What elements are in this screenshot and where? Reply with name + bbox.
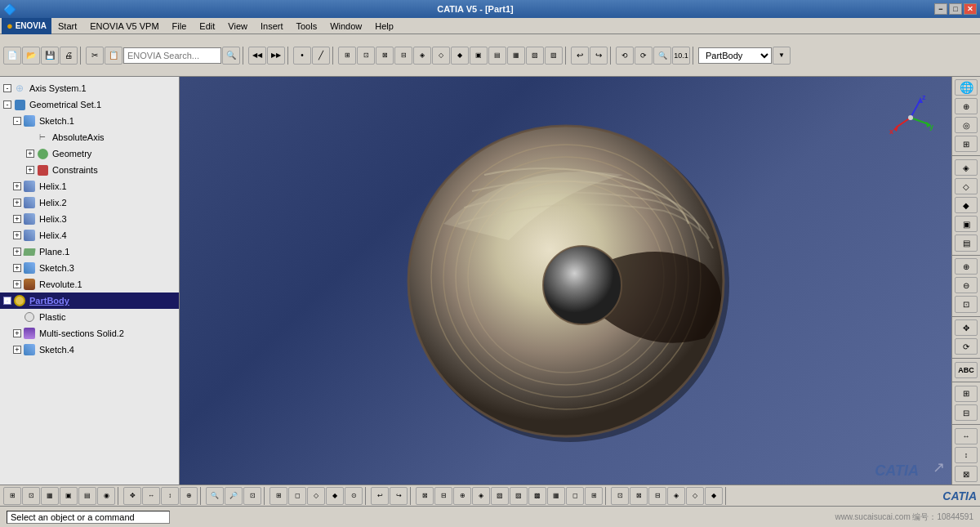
expand-revolute1[interactable]: + <box>13 280 21 288</box>
bt-17[interactable]: ◆ <box>326 487 344 505</box>
rt-view1[interactable]: 🌐 <box>955 79 978 96</box>
bt-30[interactable]: ⊞ <box>585 487 603 505</box>
viewport[interactable]: z y x ↗ CATIA <box>180 77 951 485</box>
tb-3d3[interactable]: ⊠ <box>376 47 394 65</box>
tb-zoom[interactable]: 🔍 <box>653 47 671 65</box>
tb-rot[interactable]: ⟲ <box>616 47 634 65</box>
tree-item-helix1[interactable]: + Helix.1 <box>0 178 179 194</box>
tb-nav2[interactable]: ▶▶ <box>267 47 285 65</box>
tb-3d6[interactable]: ◇ <box>432 47 450 65</box>
bt-15[interactable]: ◻ <box>288 487 306 505</box>
bt-5[interactable]: ▤ <box>78 487 96 505</box>
tree-item-plane1[interactable]: + Plane.1 <box>0 243 179 260</box>
tb-3d5[interactable]: ◈ <box>413 47 431 65</box>
bt-34[interactable]: ◈ <box>667 487 685 505</box>
rt-fit[interactable]: ⊡ <box>955 296 978 312</box>
tb-point[interactable]: • <box>293 47 311 65</box>
tree-item-helix3[interactable]: + Helix.3 <box>0 211 179 227</box>
expand-sketch1[interactable]: - <box>13 117 21 125</box>
rt-dim3[interactable]: ⊠ <box>955 466 978 482</box>
bt-26[interactable]: ▨ <box>510 487 528 505</box>
bt-1[interactable]: ⊞ <box>3 487 21 505</box>
bt-23[interactable]: ⊕ <box>453 487 471 505</box>
tb-line[interactable]: ╱ <box>312 47 330 65</box>
tb-pb-expand[interactable]: ▼ <box>773 47 791 65</box>
tb-save[interactable]: 💾 <box>41 47 59 65</box>
rt-snap[interactable]: ⊟ <box>955 404 978 421</box>
tree-item-partbody[interactable]: - PartBody <box>0 293 179 309</box>
bt-33[interactable]: ⊟ <box>648 487 666 505</box>
menu-insert[interactable]: Insert <box>254 20 290 33</box>
rt-pan[interactable]: ✥ <box>955 319 978 336</box>
tb-redo[interactable]: ↪ <box>590 47 608 65</box>
menu-view[interactable]: View <box>221 20 254 33</box>
minimize-button[interactable]: − <box>934 3 947 15</box>
tb-cut[interactable]: ✂ <box>86 47 104 65</box>
tree-item-plastic[interactable]: - Plastic <box>0 309 179 325</box>
bt-18[interactable]: ⊙ <box>345 487 363 505</box>
tb-new[interactable]: 📄 <box>3 47 21 65</box>
expand-helix2[interactable]: + <box>13 199 21 207</box>
rt-grid[interactable]: ⊞ <box>955 386 978 402</box>
bt-36[interactable]: ◆ <box>705 487 723 505</box>
tb-search-go[interactable]: 🔍 <box>222 47 240 65</box>
tree-item-absaxis[interactable]: - ⊢ AbsoluteAxis <box>0 129 179 145</box>
tree-item-sketch3[interactable]: + Sketch.3 <box>0 260 179 276</box>
bt-4[interactable]: ▣ <box>60 487 78 505</box>
menu-window[interactable]: Window <box>323 20 368 33</box>
menu-enovia[interactable]: ENOVIA V5 VPM <box>83 20 165 33</box>
tree-item-sketch1[interactable]: - Sketch.1 <box>0 113 179 129</box>
expand-geometry[interactable]: + <box>26 150 34 158</box>
tb-rot2[interactable]: ⟳ <box>635 47 653 65</box>
menu-tools[interactable]: Tools <box>289 20 323 33</box>
tb-undo[interactable]: ↩ <box>571 47 589 65</box>
rt-view5[interactable]: ◈ <box>955 159 978 176</box>
expand-constraints[interactable]: + <box>26 166 34 174</box>
tb-3d10[interactable]: ▦ <box>507 47 525 65</box>
expand-axis[interactable]: - <box>3 84 11 92</box>
tree-item-helix4[interactable]: + Helix.4 <box>0 227 179 243</box>
enovia-search[interactable] <box>123 47 221 64</box>
tb-3d11[interactable]: ▧ <box>526 47 544 65</box>
expand-helix1[interactable]: + <box>13 182 21 190</box>
rt-dim1[interactable]: ↔ <box>955 428 978 444</box>
tb-print[interactable]: 🖨 <box>60 47 78 65</box>
tb-copy[interactable]: 📋 <box>105 47 122 65</box>
tree-item-sketch4[interactable]: + Sketch.4 <box>0 342 179 358</box>
tree-item-axis-system[interactable]: - ⊕ Axis System.1 <box>0 80 179 96</box>
bt-7[interactable]: ✥ <box>123 487 141 505</box>
expand-sketch3[interactable]: + <box>13 264 21 272</box>
rt-zoom1[interactable]: ⊕ <box>955 258 978 275</box>
bt-21[interactable]: ⊠ <box>416 487 434 505</box>
expand-multisolid[interactable]: + <box>13 329 21 337</box>
tb-3d7[interactable]: ◆ <box>451 47 469 65</box>
bt-20[interactable]: ↪ <box>390 487 408 505</box>
maximize-button[interactable]: □ <box>949 3 962 15</box>
bt-31[interactable]: ⊡ <box>611 487 629 505</box>
expand-helix4[interactable]: + <box>13 231 21 239</box>
rt-view2[interactable]: ⊕ <box>955 98 978 114</box>
bt-35[interactable]: ◇ <box>686 487 704 505</box>
tb-open[interactable]: 📂 <box>22 47 40 65</box>
rt-abc[interactable]: ABC <box>955 362 978 378</box>
bt-22[interactable]: ⊟ <box>434 487 452 505</box>
bt-27[interactable]: ▩ <box>528 487 546 505</box>
bt-11[interactable]: 🔍 <box>206 487 224 505</box>
close-button[interactable]: ✕ <box>964 3 977 15</box>
rt-zoom2[interactable]: ⊖ <box>955 277 978 293</box>
tree-item-geometry[interactable]: + Geometry <box>0 145 179 162</box>
expand-partbody[interactable]: - <box>3 297 11 305</box>
tree-item-helix2[interactable]: + Helix.2 <box>0 194 179 211</box>
menu-start[interactable]: Start <box>51 20 83 33</box>
bt-6[interactable]: ◉ <box>97 487 115 505</box>
partbody-select[interactable]: PartBody <box>698 47 772 64</box>
menu-file[interactable]: File <box>166 20 194 33</box>
bt-25[interactable]: ▧ <box>491 487 509 505</box>
bt-29[interactable]: ◻ <box>566 487 584 505</box>
tree-item-revolute1[interactable]: + Revolute.1 <box>0 276 179 293</box>
rt-view3[interactable]: ◎ <box>955 117 978 133</box>
bt-2[interactable]: ⊡ <box>22 487 40 505</box>
tb-3d4[interactable]: ⊟ <box>394 47 412 65</box>
rt-view4[interactable]: ⊞ <box>955 136 978 152</box>
tb-3d9[interactable]: ▤ <box>488 47 506 65</box>
